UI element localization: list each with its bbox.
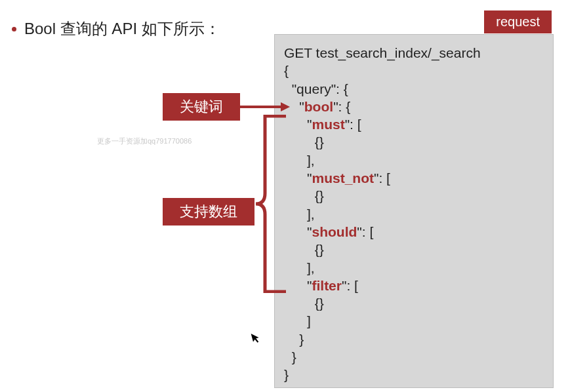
keyword-should: should <box>312 224 357 239</box>
label-array: 支持数组 <box>163 198 254 225</box>
keyword-must-not: must_not <box>312 170 374 186</box>
arrow-icon <box>240 102 291 111</box>
code-block: GET test_search_index/_search { "query":… <box>274 34 554 388</box>
code-line-get: GET test_search_index/_search <box>284 45 481 60</box>
watermark-text: 更多一手资源加qq791770086 <box>97 136 192 146</box>
bullet-item: Bool 查询的 API 如下所示： <box>12 18 220 39</box>
label-keyword: 关键词 <box>163 93 240 121</box>
bullet-text: Bool 查询的 API 如下所示： <box>24 18 220 39</box>
request-badge: request <box>484 10 552 33</box>
mouse-cursor-icon <box>250 331 262 347</box>
keyword-bool: bool <box>304 99 333 114</box>
keyword-filter: filter <box>312 278 342 293</box>
bullet-dot-icon <box>12 27 16 31</box>
keyword-must: must <box>312 117 344 132</box>
